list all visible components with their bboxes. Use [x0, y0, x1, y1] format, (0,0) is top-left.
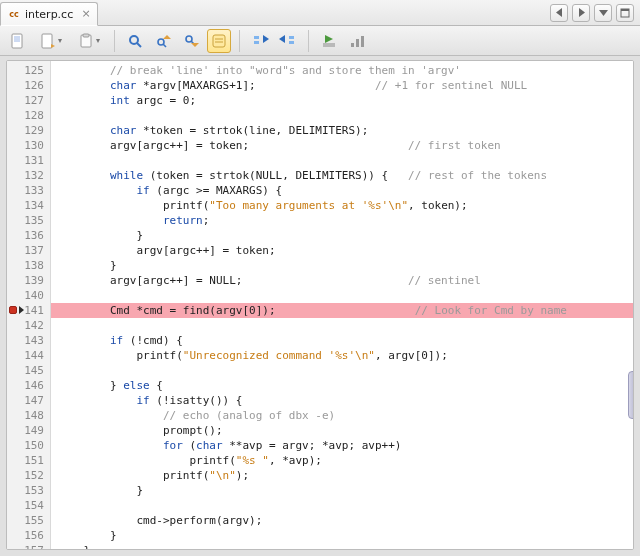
- line-number[interactable]: 129: [7, 123, 44, 138]
- code-line[interactable]: argv[argc++] = token;: [51, 243, 633, 258]
- code-line[interactable]: // break 'line' into "word"s and store t…: [51, 63, 633, 78]
- code-line[interactable]: printf("%s ", *avp);: [51, 453, 633, 468]
- svg-rect-4: [621, 9, 629, 11]
- code-line[interactable]: }: [51, 528, 633, 543]
- code-line[interactable]: char *token = strtok(line, DELIMITERS);: [51, 123, 633, 138]
- line-number[interactable]: 136: [7, 228, 44, 243]
- code-line[interactable]: return;: [51, 213, 633, 228]
- step-back-button[interactable]: [248, 29, 272, 53]
- profile-button[interactable]: [345, 29, 369, 53]
- line-number[interactable]: 134: [7, 198, 44, 213]
- line-number[interactable]: 143: [7, 333, 44, 348]
- code-line[interactable]: }: [51, 258, 633, 273]
- code-line[interactable]: printf("Too many arguments at '%s'\n", t…: [51, 198, 633, 213]
- code-line[interactable]: [51, 153, 633, 168]
- find-prev-button[interactable]: [151, 29, 175, 53]
- line-number[interactable]: 135: [7, 213, 44, 228]
- line-number[interactable]: 137: [7, 243, 44, 258]
- code-line[interactable]: printf("\n");: [51, 468, 633, 483]
- line-number[interactable]: 153: [7, 483, 44, 498]
- line-number[interactable]: 149: [7, 423, 44, 438]
- clipboard-icon: [78, 33, 94, 49]
- code-line[interactable]: if (!cmd) {: [51, 333, 633, 348]
- code-line[interactable]: }: [51, 228, 633, 243]
- code-line[interactable]: [51, 288, 633, 303]
- code-line[interactable]: [51, 318, 633, 333]
- code-line[interactable]: if (argc >= MAXARGS) {: [51, 183, 633, 198]
- breakpoint-icon[interactable]: [9, 306, 17, 314]
- line-number[interactable]: 126: [7, 78, 44, 93]
- clip-dropdown-button[interactable]: ▾: [72, 29, 106, 53]
- line-number[interactable]: 155: [7, 513, 44, 528]
- step-forward-button[interactable]: [276, 29, 300, 53]
- line-number[interactable]: 150: [7, 438, 44, 453]
- tab-scroll-right-button[interactable]: [572, 4, 590, 22]
- sheet-icon: [10, 33, 26, 49]
- line-number[interactable]: 132: [7, 168, 44, 183]
- code-line[interactable]: } else {: [51, 378, 633, 393]
- history-dropdown-button[interactable]: ▾: [34, 29, 68, 53]
- code-line[interactable]: }: [51, 483, 633, 498]
- code-line[interactable]: prompt();: [51, 423, 633, 438]
- chevron-down-icon: ▾: [58, 36, 62, 45]
- svg-point-13: [130, 36, 138, 44]
- line-number[interactable]: 139: [7, 273, 44, 288]
- code-editor[interactable]: 1251261271281291301311321331341351361371…: [6, 60, 634, 550]
- line-number[interactable]: 156: [7, 528, 44, 543]
- svg-marker-31: [325, 35, 333, 43]
- source-button[interactable]: [6, 29, 30, 53]
- code-line[interactable]: printf("Unrecognized command '%s'\n", ar…: [51, 348, 633, 363]
- editor-toolbar: ▾ ▾: [0, 26, 640, 56]
- line-number[interactable]: 142: [7, 318, 44, 333]
- code-line[interactable]: [51, 363, 633, 378]
- code-line[interactable]: [51, 108, 633, 123]
- line-number[interactable]: 157: [7, 543, 44, 550]
- line-number[interactable]: 146: [7, 378, 44, 393]
- line-number[interactable]: 154: [7, 498, 44, 513]
- svg-rect-28: [289, 41, 294, 44]
- code-line[interactable]: }: [51, 543, 633, 550]
- line-number[interactable]: 144: [7, 348, 44, 363]
- line-number-gutter[interactable]: 1251261271281291301311321331341351361371…: [7, 61, 51, 549]
- tab-interp-cc[interactable]: cc interp.cc ×: [0, 2, 98, 26]
- code-line[interactable]: // echo (analog of dbx -e): [51, 408, 633, 423]
- line-number[interactable]: 130: [7, 138, 44, 153]
- run-button[interactable]: [317, 29, 341, 53]
- code-line[interactable]: argv[argc++] = token; // first token: [51, 138, 633, 153]
- close-icon[interactable]: ×: [81, 9, 91, 19]
- code-line[interactable]: int argc = 0;: [51, 93, 633, 108]
- line-number[interactable]: 152: [7, 468, 44, 483]
- code-line-current[interactable]: Cmd *cmd = find(argv[0]); // Look for Cm…: [51, 303, 633, 318]
- find-next-button[interactable]: [179, 29, 203, 53]
- code-line[interactable]: cmd->perform(argv);: [51, 513, 633, 528]
- line-number[interactable]: 127: [7, 93, 44, 108]
- highlight-toggle-button[interactable]: [207, 29, 231, 53]
- line-number[interactable]: 138: [7, 258, 44, 273]
- code-line[interactable]: [51, 498, 633, 513]
- square-icon: [620, 8, 630, 18]
- code-line[interactable]: if (!isatty()) {: [51, 393, 633, 408]
- svg-rect-34: [361, 36, 364, 47]
- tabbar-nav-group: [550, 0, 640, 25]
- maximize-toggle-button[interactable]: [616, 4, 634, 22]
- tab-scroll-left-button[interactable]: [550, 4, 568, 22]
- line-number[interactable]: 140: [7, 288, 44, 303]
- line-number[interactable]: 131: [7, 153, 44, 168]
- line-number[interactable]: 145: [7, 363, 44, 378]
- svg-rect-32: [351, 43, 354, 47]
- line-number[interactable]: 147: [7, 393, 44, 408]
- find-button[interactable]: [123, 29, 147, 53]
- svg-line-16: [163, 44, 166, 47]
- code-line[interactable]: char *argv[MAXARGS+1]; // +1 for sentine…: [51, 78, 633, 93]
- code-line[interactable]: argv[argc++] = NULL; // sentinel: [51, 273, 633, 288]
- svg-rect-12: [83, 34, 89, 37]
- line-number[interactable]: 148: [7, 408, 44, 423]
- tab-list-dropdown-button[interactable]: [594, 4, 612, 22]
- line-number[interactable]: 125: [7, 63, 44, 78]
- line-number[interactable]: 133: [7, 183, 44, 198]
- line-number[interactable]: 128: [7, 108, 44, 123]
- code-line[interactable]: while (token = strtok(NULL, DELIMITERS))…: [51, 168, 633, 183]
- code-area[interactable]: // break 'line' into "word"s and store t…: [51, 61, 633, 549]
- code-line[interactable]: for (char **avp = argv; *avp; avp++): [51, 438, 633, 453]
- line-number[interactable]: 151: [7, 453, 44, 468]
